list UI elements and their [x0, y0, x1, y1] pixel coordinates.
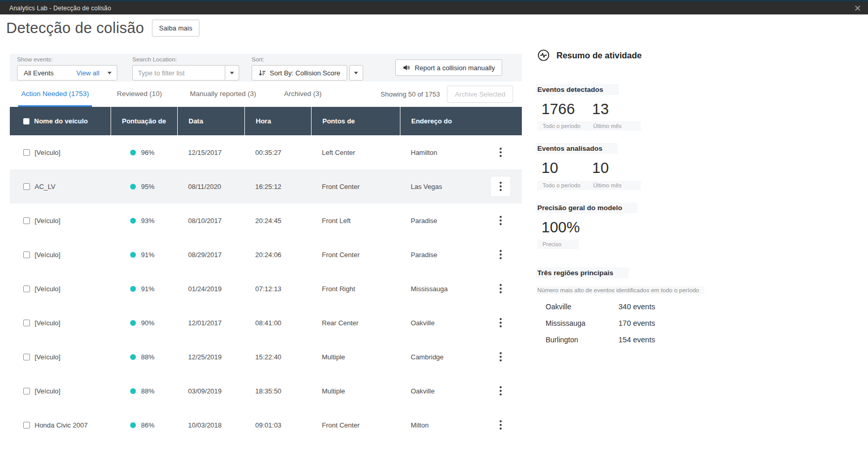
search-location-dropdown-button[interactable]	[225, 65, 239, 81]
vehicle-name: [Veículo]	[35, 387, 60, 395]
show-events-dropdown[interactable]: All Events View all	[17, 65, 117, 81]
table-row[interactable]: [Veículo] 96% 12/15/2017 00:35:27 Left C…	[10, 135, 522, 169]
table-row[interactable]: [Veículo] 90% 12/01/2017 08:41:00 Rear C…	[10, 306, 522, 340]
vehicle-name: Honda Civic 2007	[35, 421, 88, 429]
table-row[interactable]: AC_LV 95% 08/11/2020 16:25:12 Front Cent…	[10, 169, 522, 203]
impact-point: Front Center	[311, 421, 400, 429]
column-header-score: Pontuação de	[111, 107, 177, 135]
row-checkbox[interactable]	[23, 320, 30, 326]
table-row[interactable]: [Veículo] 88% 03/09/2019 18:35:50 Multip…	[10, 374, 522, 408]
report-collision-button[interactable]: Report a collision manually	[395, 59, 502, 76]
page-title: Detecção de colisão	[6, 20, 144, 37]
score-dot-icon	[130, 422, 136, 428]
tabs-bar: Action Needed (1753) Reviewed (10) Manua…	[10, 82, 522, 107]
stat-caption: Todo o período	[537, 182, 588, 188]
section-events-detected: Eventos detectados 1766 13 Todo o períod…	[537, 84, 744, 131]
row-checkbox[interactable]	[23, 422, 30, 429]
score-dot-icon	[130, 184, 136, 189]
score-dot-icon	[130, 252, 136, 258]
window-title: Analytics Lab - Detecção de colisão	[9, 5, 111, 12]
row-checkbox[interactable]	[23, 251, 30, 258]
score-dot-icon	[130, 354, 136, 360]
kebab-icon	[500, 250, 502, 259]
page-header: Detecção de colisão Saiba mais	[6, 20, 199, 37]
score-dot-icon	[130, 150, 136, 155]
row-menu-button[interactable]	[491, 347, 510, 367]
row-checkbox[interactable]	[23, 217, 30, 224]
table-row[interactable]: [Veículo] 91% 08/29/2017 20:24:06 Front …	[10, 238, 522, 272]
close-icon[interactable]: ✕	[854, 4, 861, 12]
impact-point: Front Left	[311, 217, 400, 225]
table-body: [Veículo] 96% 12/15/2017 00:35:27 Left C…	[10, 135, 522, 442]
view-all-link[interactable]: View all	[76, 69, 100, 77]
collision-score: 88%	[141, 353, 154, 361]
row-menu-button[interactable]	[491, 245, 510, 264]
region-row: Burlington 154 events	[537, 336, 744, 344]
row-menu-button[interactable]	[491, 177, 510, 196]
table-row[interactable]: [Veículo] 88% 12/25/2019 15:22:40 Multip…	[10, 340, 522, 374]
top-regions-title: Três regiões principais	[536, 267, 629, 278]
chevron-down-icon	[230, 72, 234, 74]
kebab-icon	[500, 386, 502, 395]
show-events-value: All Events	[24, 69, 54, 77]
event-time: 00:35:27	[244, 149, 311, 156]
event-date: 08/29/2017	[177, 251, 244, 259]
event-date: 08/10/2017	[177, 217, 244, 225]
sort-label: Sort:	[252, 56, 363, 62]
vehicle-name: [Veículo]	[35, 251, 60, 259]
table-row[interactable]: [Veículo] 91% 01/24/2019 07:12:13 Front …	[10, 272, 522, 306]
impact-point: Multiple	[311, 353, 400, 361]
search-location-input[interactable]	[132, 65, 225, 81]
table-header: Nome do veículo Pontuação de Data Hora P…	[10, 107, 522, 135]
event-time: 18:35:50	[244, 387, 311, 395]
kebab-icon	[500, 148, 502, 157]
tab-reviewed[interactable]: Reviewed (10)	[114, 82, 165, 107]
event-time: 16:25:12	[244, 183, 311, 191]
row-menu-button[interactable]	[491, 143, 510, 162]
row-menu-button[interactable]	[491, 415, 510, 435]
tab-manually-reported[interactable]: Manually reported (3)	[187, 82, 259, 107]
tab-action-needed[interactable]: Action Needed (1753)	[18, 82, 92, 107]
section-heading: Eventos detectados	[536, 84, 619, 95]
collision-score: 90%	[141, 319, 154, 327]
vehicle-name: [Veículo]	[35, 319, 60, 327]
row-checkbox[interactable]	[23, 183, 30, 190]
column-header-address: Endereço do	[400, 107, 522, 135]
kebab-icon	[500, 216, 502, 225]
score-dot-icon	[130, 218, 136, 224]
sidebar-title-row: Resumo de atividade	[537, 49, 744, 61]
collision-score: 86%	[141, 421, 154, 429]
column-header-vehicle: Nome do veículo	[10, 107, 111, 135]
row-checkbox[interactable]	[23, 354, 30, 360]
top-regions-section: Três regiões principais Número mais alto…	[537, 267, 744, 344]
score-dot-icon	[130, 286, 136, 292]
archive-selected-button[interactable]: Archive Selected	[447, 86, 513, 103]
sort-by-button[interactable]: Sort By: Collision Score	[252, 65, 347, 81]
column-header-date: Data	[177, 107, 244, 135]
table-row[interactable]: [Veículo] 93% 08/10/2017 20:24:45 Front …	[10, 203, 522, 238]
row-checkbox[interactable]	[23, 388, 30, 394]
row-menu-button[interactable]	[491, 211, 510, 230]
region-name: Oakville	[537, 303, 618, 311]
row-menu-button[interactable]	[491, 279, 510, 298]
region-row: Oakville 340 events	[537, 303, 744, 311]
score-dot-icon	[130, 388, 136, 394]
learn-more-button[interactable]: Saiba mais	[152, 20, 199, 37]
chevron-down-icon	[354, 72, 358, 74]
region-name: Mississauga	[537, 319, 618, 327]
row-checkbox[interactable]	[23, 149, 30, 156]
collision-score: 95%	[141, 183, 154, 191]
show-events-group: Show events: All Events View all	[17, 56, 117, 82]
stat-caption: Preciso	[537, 241, 579, 247]
row-menu-button[interactable]	[491, 313, 510, 333]
row-checkbox[interactable]	[23, 286, 30, 292]
table-row[interactable]: Honda Civic 2007 86% 10/03/2018 09:01:03…	[10, 408, 522, 442]
stat-value: 1766	[541, 101, 588, 118]
stat-caption: Último mês	[588, 123, 639, 129]
tab-archived[interactable]: Archived (3)	[281, 82, 325, 107]
select-all-checkbox[interactable]	[23, 118, 29, 124]
show-events-label: Show events:	[17, 56, 117, 62]
activity-icon	[537, 49, 550, 61]
sort-dropdown-button[interactable]	[349, 65, 363, 81]
row-menu-button[interactable]	[491, 381, 510, 401]
